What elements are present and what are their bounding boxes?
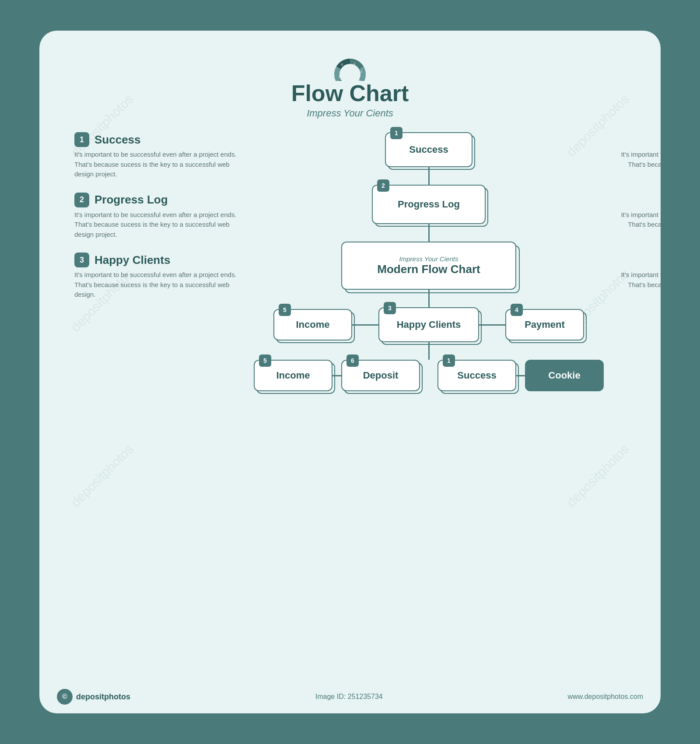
- flow-box-1-label: Success: [409, 144, 448, 155]
- right-desc-5: It's important to be successful even aft…: [617, 210, 661, 240]
- flow-box-success2-label: Success: [457, 370, 496, 381]
- header: 1 2 3 4 5 6 Flow Chart Impress Your Cien…: [74, 57, 626, 119]
- flow-box-happy-num: 3: [384, 302, 396, 314]
- flow-box-income2: 5 Income: [254, 360, 332, 391]
- flow-box-success2-wrapper: 1 Success: [438, 360, 516, 391]
- left-desc-3: It's important to be successful even aft…: [74, 270, 241, 300]
- flow-box-deposit-num: 6: [346, 354, 359, 367]
- logo-text: depositphotos: [76, 692, 130, 702]
- left-item-3: 3 Happy Clients It's important to be suc…: [74, 253, 241, 300]
- footer: © depositphotos Image ID: 251235734 www.…: [39, 689, 661, 705]
- flow-box-income2-label: Income: [276, 370, 310, 381]
- main-card: depositphotos depositphotos depositphoto…: [39, 31, 661, 713]
- flow-main-italic: Impress Your Cients: [377, 255, 480, 263]
- svg-text:5: 5: [339, 75, 340, 78]
- left-title-1: Success: [94, 133, 141, 147]
- right-desc-4: It's important to be successful even aft…: [617, 150, 661, 179]
- flow-box-happy-wrapper: 3 Happy Clients: [378, 307, 479, 342]
- right-panel: 4 Payment It's important to be successfu…: [617, 132, 661, 692]
- flow-box-payment-wrapper: 4 Payment: [505, 309, 584, 340]
- left-panel: 1 Success It's important to be successfu…: [74, 132, 241, 692]
- flow-main-title: Modern Flow Chart: [377, 263, 480, 276]
- footer-image-id: Image ID: 251235734: [315, 693, 383, 701]
- svg-text:6: 6: [341, 63, 343, 66]
- flow-box-1-num: 1: [390, 127, 402, 139]
- h-conn-left: [352, 324, 378, 326]
- flow-box-payment-num: 4: [511, 304, 523, 316]
- connector-1-2: [428, 167, 430, 185]
- flow-box-1: 1 Success: [385, 132, 472, 167]
- left-title-3: Happy Clients: [94, 253, 170, 267]
- svg-point-1: [342, 67, 358, 81]
- flow-box-1-wrapper: 1 Success: [385, 132, 472, 167]
- flow-box-deposit: 6 Deposit: [341, 360, 420, 391]
- flow-box-success2-num: 1: [443, 354, 455, 367]
- flow-box-2-num: 2: [377, 179, 389, 192]
- footer-url: www.depositphotos.com: [567, 693, 643, 701]
- left-title-2: Progress Log: [94, 193, 168, 207]
- flowchart: 1 Success 2 Progress Log Impress Your: [241, 132, 617, 692]
- left-item-2: 2 Progress Log It's important to be succ…: [74, 193, 241, 240]
- flow-box-cookie: Cookie: [525, 360, 604, 391]
- flow-box-income-wrapper: 5 Income: [273, 309, 352, 340]
- flow-box-payment-label: Payment: [525, 319, 565, 330]
- right-item-5: 5 Income It's important to be successful…: [617, 193, 661, 240]
- flow-box-payment: 4 Payment: [505, 309, 584, 340]
- connector-2-main: [428, 224, 430, 242]
- flow-box-2-label: Progress Log: [398, 199, 460, 210]
- left-badge-3: 3: [74, 253, 89, 267]
- right-desc-6: It's important to be successful even aft…: [617, 270, 661, 300]
- svg-text:1: 1: [354, 62, 355, 65]
- svg-text:2: 2: [360, 70, 362, 73]
- flow-box-deposit-label: Deposit: [363, 370, 399, 381]
- connector-row3-row4: [428, 342, 430, 360]
- page-subtitle: Impress Your Cients: [291, 108, 409, 119]
- left-item-1: 1 Success It's important to be successfu…: [74, 132, 241, 179]
- flow-box-main: Impress Your Cients Modern Flow Chart: [341, 242, 516, 290]
- donut-chart-icon: 1 2 3 4 5 6: [330, 57, 370, 81]
- flow-box-cookie-label: Cookie: [548, 370, 580, 381]
- flow-box-happy-label: Happy Clients: [397, 319, 461, 330]
- flow-box-income-num: 5: [279, 304, 291, 316]
- left-badge-2: 2: [74, 193, 89, 207]
- left-item-1-header: 1 Success: [74, 132, 241, 147]
- flow-box-2: 2 Progress Log: [372, 185, 486, 224]
- flow-box-happy: 3 Happy Clients: [378, 307, 479, 342]
- left-item-2-header: 2 Progress Log: [74, 193, 241, 207]
- right-item-4: 4 Payment It's important to be successfu…: [617, 132, 661, 179]
- left-badge-1: 1: [74, 132, 89, 147]
- row3: 5 Income 3 Happy Clients 4: [254, 307, 604, 342]
- left-desc-2: It's important to be successful even aft…: [74, 210, 241, 240]
- header-text: Flow Chart Impress Your Cients: [291, 81, 409, 119]
- flow-box-income2-wrapper: 5 Income: [254, 360, 332, 391]
- right-item-6: 6 Deposit It's important to be successfu…: [617, 253, 661, 300]
- h-conn-right: [479, 324, 505, 326]
- content-area: 1 Success It's important to be successfu…: [74, 132, 626, 692]
- logo-icon: ©: [57, 689, 73, 705]
- left-item-3-header: 3 Happy Clients: [74, 253, 241, 267]
- page-title: Flow Chart: [291, 81, 409, 106]
- flow-box-2-wrapper: 2 Progress Log: [372, 185, 486, 224]
- row4: 5 Income 6 Deposit 1 Suc: [254, 360, 604, 391]
- left-desc-1: It's important to be successful even aft…: [74, 150, 241, 179]
- flow-box-income: 5 Income: [273, 309, 352, 340]
- flow-box-main-wrapper: Impress Your Cients Modern Flow Chart: [341, 242, 516, 290]
- flow-box-income-label: Income: [296, 319, 329, 330]
- flow-box-income2-num: 5: [259, 354, 271, 367]
- flow-box-success2: 1 Success: [438, 360, 516, 391]
- footer-logo: © depositphotos: [57, 689, 130, 705]
- flow-box-deposit-wrapper: 6 Deposit: [341, 360, 420, 391]
